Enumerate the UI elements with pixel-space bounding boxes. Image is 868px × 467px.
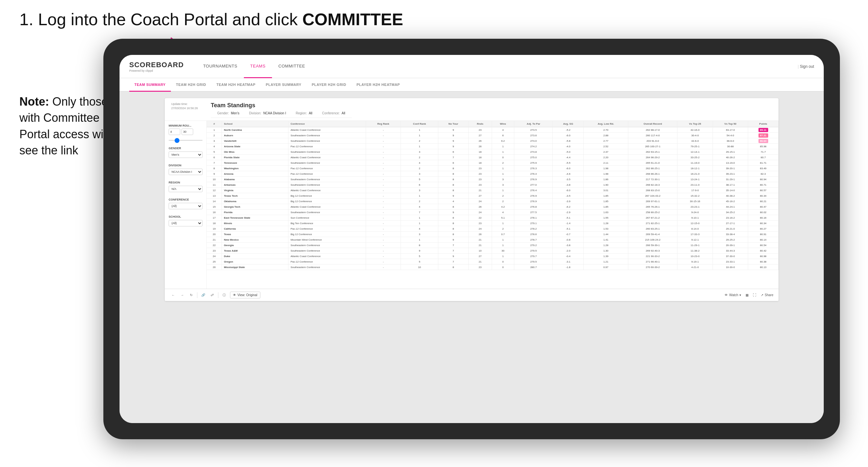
sub-nav-team-h2h-grid[interactable]: TEAM H2H GRID (171, 78, 211, 92)
sub-nav-player-summary[interactable]: PLAYER SUMMARY (261, 78, 307, 92)
min-rounds-min-input[interactable] (168, 128, 180, 135)
cell-reg-rank: - (366, 221, 401, 226)
cell-rnds: 24 (468, 198, 492, 204)
cell-low-rd: 1.85 (583, 198, 628, 204)
cell-wins: 30 (492, 248, 514, 253)
cell-school: Alabama (222, 177, 288, 182)
cell-no-tour: 7 (438, 248, 468, 253)
gender-filter-select[interactable]: Men's Women's (168, 152, 203, 158)
cell-wins: 4.2 (492, 204, 514, 210)
cell-conf-rank: 3 (401, 149, 438, 155)
table-row: 3 Vanderbilt Southeastern Conference - 2… (207, 138, 778, 144)
cell-school: Vanderbilt (222, 138, 288, 144)
toolbar-forward-btn[interactable]: → (179, 292, 185, 299)
table-row: 4 Arizona State Pac-12 Conference - 1 9 … (207, 144, 778, 149)
cell-overall: 268 83-15-0 (628, 188, 677, 193)
cell-reg-rank: - (366, 248, 401, 253)
cell-sg: -5.2 (553, 127, 583, 133)
toolbar-refresh-btn[interactable]: ↻ (188, 292, 194, 299)
cell-conf-rank: 4 (401, 160, 438, 166)
toolbar-share-small-btn[interactable]: 🔗 (200, 292, 207, 299)
sub-nav-player-h2h-grid[interactable]: PLAYER H2H GRID (307, 78, 351, 92)
toolbar-back-btn[interactable]: ← (170, 292, 176, 299)
cell-overall: 203 91-6-0 (628, 138, 677, 144)
nav-tab-committee[interactable]: COMMITTEE (272, 55, 312, 78)
toolbar-grid-btn[interactable]: ▦ (746, 293, 748, 297)
cell-rnds: 23 (468, 221, 492, 226)
sub-nav-player-h2h-heatmap[interactable]: PLAYER H2H HEATMAP (351, 78, 405, 92)
table-row: 24 Duke Atlantic Coast Conference - 5 9 … (207, 253, 778, 259)
eye-icon: 👁 (233, 293, 236, 297)
region-filter-select[interactable]: N/A East West (168, 186, 203, 192)
cell-sg: -3.5 (553, 177, 583, 182)
cell-top25: 8-14-0 (677, 226, 713, 231)
watch-icon: 👁 (724, 293, 728, 297)
cell-points: 80.42 (748, 248, 778, 253)
cell-points: 80.16 (748, 215, 778, 221)
step-instruction: 1. Log into the Coach Portal and click C… (20, 10, 403, 29)
watch-btn[interactable]: 👁 Watch ▾ (724, 293, 741, 297)
cell-conference: Atlantic Coast Conference (288, 253, 366, 259)
filter-division-value: NCAA Division I (263, 112, 286, 115)
division-filter-select[interactable]: NCAA Division I NCAA Division II (168, 168, 203, 175)
cell-overall: 267 87-21-2 (628, 215, 677, 221)
toolbar-separator-2 (218, 292, 218, 298)
cell-top50: 29-15-1 (713, 149, 748, 155)
cell-points: 71.7 (748, 149, 778, 155)
cell-rank: 2 (207, 133, 222, 138)
table-row: 22 Georgia Southeastern Conference - 8 7… (207, 243, 778, 248)
cell-rank: 9 (207, 171, 222, 177)
cell-low-rd: 1.30 (583, 248, 628, 253)
cell-adj: 276.9 (514, 193, 553, 198)
school-filter-select[interactable]: (All) (168, 220, 203, 226)
cell-school: California (222, 226, 288, 231)
cell-rnds: 18 (468, 160, 492, 166)
toolbar-bookmark-btn[interactable]: ☍ (209, 292, 215, 299)
division-filter-label: Division (168, 164, 203, 167)
table-row: 19 California Pac-12 Conference - 4 8 24… (207, 226, 778, 231)
cell-conference: Atlantic Coast Conference (288, 127, 366, 133)
cell-top25: 18-12-1 (677, 166, 713, 171)
toolbar-fullscreen-btn[interactable]: ⛶ (753, 293, 756, 297)
cell-school: Florida State (222, 155, 288, 160)
min-rounds-max-input[interactable] (182, 128, 193, 135)
cell-conference: Southeastern Conference (288, 133, 366, 138)
cell-adj: 274.0 (514, 138, 553, 144)
cell-conference: Southeastern Conference (288, 264, 366, 270)
cell-points: 80.34 (748, 193, 778, 198)
cell-low-rd: 1.53 (583, 226, 628, 231)
view-original-btn[interactable]: 👁 View: Original (230, 292, 260, 299)
cell-adj: 280.7 (514, 264, 553, 270)
cell-reg-rank: - (366, 253, 401, 259)
cell-top25: 23-11-0 (677, 182, 713, 188)
table-row: 16 Florida Southeastern Conference - 7 9… (207, 210, 778, 215)
cell-wins: 3 (492, 182, 514, 188)
cell-top50: 37-30-0 (713, 253, 748, 259)
cell-school: Texas A&M (222, 248, 288, 253)
cell-school: Oregon (222, 259, 288, 264)
min-rounds-slider[interactable] (168, 140, 203, 141)
cell-top25: 13-24-1 (677, 177, 713, 182)
cell-rank: 19 (207, 226, 222, 231)
nav-tab-tournaments[interactable]: TOURNAMENTS (197, 55, 244, 78)
cell-rnds: 21 (468, 237, 492, 243)
toolbar-info-btn[interactable]: ⓘ (221, 292, 227, 299)
cell-sg: -5.8 (553, 138, 583, 144)
cell-rnds: 23 (468, 127, 492, 133)
cell-top50: 39-23-1 (713, 171, 748, 177)
cell-school: North Carolina (222, 127, 288, 133)
share-btn[interactable]: ↗ Share (761, 293, 773, 297)
cell-top50: 44-24-1 (713, 204, 748, 210)
nav-tab-teams[interactable]: TEAMS (244, 55, 272, 78)
cell-rank: 8 (207, 166, 222, 171)
sub-nav-team-h2h-heatmap[interactable]: TEAM H2H HEATMAP (211, 78, 261, 92)
cell-top50: 31-29-1 (713, 177, 748, 182)
cell-adj: 278.6 (514, 231, 553, 237)
conference-filter-select[interactable]: (All) SEC ACC (168, 203, 203, 209)
cell-adj: 279.1 (514, 221, 553, 226)
sign-out-link[interactable]: Sign out (798, 64, 814, 69)
filters-row: Gender: Men's Division: NCAA Division I … (211, 109, 352, 118)
cell-sg: -6.0 (553, 133, 583, 138)
sub-nav-team-summary[interactable]: TEAM SUMMARY (129, 78, 171, 92)
note-bold: Note: (20, 95, 49, 108)
